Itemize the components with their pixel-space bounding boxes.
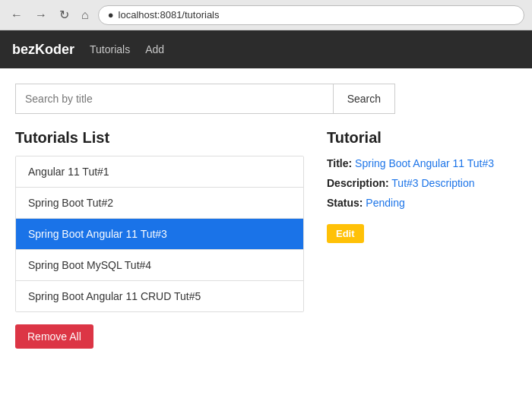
search-button[interactable]: Search	[333, 84, 395, 114]
columns: Tutorials List Angular 11 Tut#1 Spring B…	[15, 129, 517, 349]
navbar: bezKoder Tutorials Add	[0, 30, 532, 68]
forward-button[interactable]: →	[32, 7, 50, 24]
description-label: Description:	[327, 177, 389, 189]
navbar-link-tutorials[interactable]: Tutorials	[90, 43, 130, 55]
remove-all-button[interactable]: Remove All	[15, 324, 93, 349]
description-value: Tut#3 Description	[391, 177, 474, 189]
tutorial-detail-title: Tutorial	[327, 129, 517, 147]
list-item[interactable]: Spring Boot Angular 11 CRUD Tut#5	[16, 281, 303, 311]
list-item[interactable]: Spring Boot MySQL Tut#4	[16, 250, 303, 281]
status-value: Pending	[366, 197, 404, 209]
list-item-active[interactable]: Spring Boot Angular 11 Tut#3	[16, 219, 303, 250]
search-input[interactable]	[15, 84, 333, 114]
lock-icon: ●	[108, 9, 114, 21]
edit-button[interactable]: Edit	[327, 224, 364, 243]
address-bar[interactable]: ● localhost:8081/tutorials	[98, 5, 524, 25]
tutorials-list: Angular 11 Tut#1 Spring Boot Tut#2 Sprin…	[15, 156, 304, 312]
tutorial-title-row: Title: Spring Boot Angular 11 Tut#3	[327, 157, 517, 169]
tutorial-description-row: Description: Tut#3 Description	[327, 177, 517, 189]
tutorials-list-title: Tutorials List	[15, 129, 304, 147]
title-label: Title:	[327, 157, 352, 169]
left-column: Tutorials List Angular 11 Tut#1 Spring B…	[15, 129, 304, 349]
navbar-link-add[interactable]: Add	[145, 43, 164, 55]
tutorial-status-row: Status: Pending	[327, 197, 517, 209]
reload-button[interactable]: ↻	[56, 6, 72, 24]
browser-chrome: ← → ↻ ⌂ ● localhost:8081/tutorials	[0, 0, 532, 30]
main-content: Search Tutorials List Angular 11 Tut#1 S…	[0, 68, 532, 395]
url-text: localhost:8081/tutorials	[119, 9, 220, 21]
status-label: Status:	[327, 197, 363, 209]
back-button[interactable]: ←	[8, 7, 26, 24]
title-value: Spring Boot Angular 11 Tut#3	[355, 157, 494, 169]
right-column: Tutorial Title: Spring Boot Angular 11 T…	[327, 129, 517, 349]
list-item[interactable]: Spring Boot Tut#2	[16, 188, 303, 219]
list-item[interactable]: Angular 11 Tut#1	[16, 156, 303, 188]
search-row: Search	[15, 84, 395, 114]
navbar-brand[interactable]: bezKoder	[12, 42, 74, 58]
home-button[interactable]: ⌂	[78, 7, 92, 24]
